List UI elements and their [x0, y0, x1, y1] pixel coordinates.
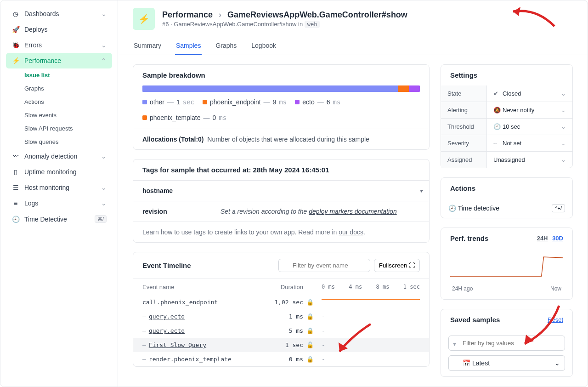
tab-logbook[interactable]: Logbook — [250, 37, 277, 55]
nav-label: Dashboards — [24, 10, 59, 17]
chevron-down-icon: ⌄ — [101, 41, 107, 49]
nav-time-detective[interactable]: 🕘 Time Detective ⌘/ — [6, 211, 112, 227]
tag-key: revision — [133, 201, 211, 222]
event-name-link[interactable]: render.phoenix_template — [149, 356, 232, 363]
settings-row[interactable]: AssignedUnassigned⌄ — [441, 151, 572, 168]
saved-samples-card: Saved samples Reset ▾ 📅 Latest ⌄ — [441, 309, 573, 377]
tabs: Summary Samples Graphs Logbook — [133, 37, 573, 55]
timeline-header: Event name Duration 0 ms4 ms8 ms1 sec — [133, 279, 429, 295]
tags-card: Tags for sample that occurred at: 28th M… — [133, 159, 430, 243]
card-title: Settings — [441, 65, 572, 85]
lock-icon[interactable]: 🔓 — [303, 341, 317, 348]
nav-dashboards[interactable]: ◷ Dashboards ⌄ — [6, 6, 112, 22]
namespace-badge: web — [305, 21, 320, 28]
nav-sub-slow-api[interactable]: Slow API requests — [24, 122, 112, 135]
timeline-row[interactable]: — query.ecto 1 ms 🔒 - — [133, 309, 429, 324]
nav-sub-graphs[interactable]: Graphs — [24, 82, 112, 95]
nav-label: Uptime monitoring — [24, 168, 77, 176]
trend-end-label: Now — [550, 285, 561, 292]
timeline-row[interactable]: — render.phoenix_template 0 ms 🔒 - — [133, 352, 429, 366]
card-title: Perf. trends — [450, 234, 488, 242]
nav-sub-slow-queries[interactable]: Slow queries — [24, 135, 112, 148]
event-name-link[interactable]: query.ecto — [149, 327, 185, 334]
event-name-link[interactable]: call.phoenix_endpoint — [142, 299, 218, 306]
saved-filter-input[interactable] — [448, 336, 565, 351]
bolt-icon: ⚡ — [11, 57, 20, 64]
tab-samples[interactable]: Samples — [175, 37, 202, 55]
timeline-row[interactable]: — First Slow Query 1 sec 🔓 - — [133, 338, 429, 352]
nav-host[interactable]: ☰ Host monitoring ⌄ — [6, 180, 112, 195]
nav-uptime[interactable]: ▯ Uptime monitoring — [6, 164, 112, 180]
filter-icon[interactable]: ▾ — [419, 187, 423, 194]
card-title: Event Timeline — [142, 262, 191, 269]
kbd-shortcut: ⌘/ — [95, 215, 107, 223]
tab-summary[interactable]: Summary — [133, 37, 162, 55]
bell-off-icon: 🔕 — [493, 107, 500, 114]
reset-link[interactable]: Reset — [548, 316, 563, 323]
nav-label: Logs — [24, 199, 38, 207]
tag-value: ▾ — [211, 181, 429, 201]
chevron-down-icon: ⌄ — [101, 153, 107, 160]
nav-sub-issue-list[interactable]: Issue list — [24, 68, 112, 82]
card-title: Actions — [441, 178, 572, 199]
event-timeline-card: Event Timeline 🔍 Fullscreen ⛶ Event name… — [133, 252, 430, 367]
settings-row[interactable]: Threshold🕘10 sec⌄ — [441, 118, 572, 135]
event-name-link[interactable]: First Slow Query — [149, 341, 206, 348]
settings-row[interactable]: State✔Closed⌄ — [441, 85, 572, 102]
check-icon: ✔ — [493, 90, 500, 97]
sidebar: ◷ Dashboards ⌄ 🚀 Deploys 🐞 Errors ⌄ ⚡ Pe… — [0, 0, 118, 387]
settings-row[interactable]: Alerting🔕Never notify⌄ — [441, 102, 572, 118]
crumb-root[interactable]: Performance — [162, 10, 213, 19]
docs-link[interactable]: our docs — [339, 228, 363, 236]
lock-icon[interactable]: 🔒 — [303, 313, 317, 320]
tag-row-revision: revision Set a revision according to the… — [133, 201, 429, 222]
header: ⚡ Performance › GameReviewsAppWeb.GameCo… — [118, 0, 588, 55]
tags-hint: Learn how to use tags to create links to… — [133, 222, 429, 242]
lock-icon[interactable]: 🔒 — [303, 356, 317, 363]
perf-trends-card: Perf. trends 24H 30D 24H ago Now — [441, 228, 573, 300]
lock-icon[interactable]: 🔒 — [303, 327, 317, 334]
trend-24h-link[interactable]: 24H — [537, 235, 548, 242]
rocket-icon: 🚀 — [11, 26, 20, 33]
fullscreen-button[interactable]: Fullscreen ⛶ — [374, 259, 420, 272]
trend-start-label: 24H ago — [452, 285, 473, 292]
list-icon: ≡ — [11, 199, 20, 207]
chevron-up-icon: ⌃ — [101, 57, 107, 64]
timeline-row[interactable]: — query.ecto 5 ms 🔒 - — [133, 324, 429, 338]
nav-anomaly[interactable]: 〰 Anomaly detection ⌄ — [6, 148, 112, 164]
tab-graphs[interactable]: Graphs — [215, 37, 237, 55]
chevron-down-icon: ⌄ — [554, 359, 560, 367]
tag-key: hostname — [133, 181, 211, 201]
deploy-markers-link[interactable]: deploy markers documentation — [309, 208, 396, 215]
chevron-down-icon: ⌄ — [561, 123, 566, 130]
app-icon: ⚡ — [133, 8, 155, 30]
settings-row[interactable]: Severity╌Not set⌄ — [441, 135, 572, 151]
clock-icon: 🕘 — [448, 205, 456, 212]
nav-logs[interactable]: ≡ Logs ⌄ — [6, 195, 112, 211]
nav-deploys[interactable]: 🚀 Deploys — [6, 22, 112, 37]
content: Sample breakdown other — 1 sec phoenix_e… — [118, 55, 588, 387]
tag-row-hostname: hostname ▾ — [133, 181, 429, 201]
timeline-row[interactable]: call.phoenix_endpoint 1,02 sec 🔒 — [133, 295, 429, 309]
clock-icon: 🕘 — [493, 123, 500, 130]
chevron-down-icon: ⌄ — [101, 184, 107, 191]
nav-label: Deploys — [24, 26, 48, 33]
time-detective-action[interactable]: 🕘 Time detective ^+/ — [441, 199, 572, 218]
nav-errors[interactable]: 🐞 Errors ⌄ — [6, 37, 112, 53]
wave-icon: 〰 — [11, 153, 20, 160]
card-title: Sample breakdown — [133, 65, 429, 85]
event-name-link[interactable]: query.ecto — [149, 313, 185, 320]
tag-value: Set a revision according to the deploy m… — [211, 201, 429, 222]
trend-30d-link[interactable]: 30D — [552, 235, 563, 242]
timeline-filter-input[interactable] — [278, 259, 370, 272]
lock-icon[interactable]: 🔒 — [303, 299, 317, 306]
calendar-icon: 📅 — [463, 359, 470, 367]
saved-sort-select[interactable]: 📅 Latest ⌄ — [448, 355, 565, 371]
card-title: Saved samples — [450, 316, 500, 324]
nav-sub-actions[interactable]: Actions — [24, 95, 112, 108]
nav-sub-slow-events[interactable]: Slow events — [24, 108, 112, 122]
crumb-leaf: GameReviewsAppWeb.GameController#show — [227, 10, 407, 19]
allocations-row: Allocations (Total:0) Number of objects … — [133, 129, 429, 149]
nav-performance[interactable]: ⚡ Performance ⌃ — [6, 53, 112, 68]
settings-card: Settings State✔Closed⌄Alerting🔕Never not… — [441, 64, 573, 168]
